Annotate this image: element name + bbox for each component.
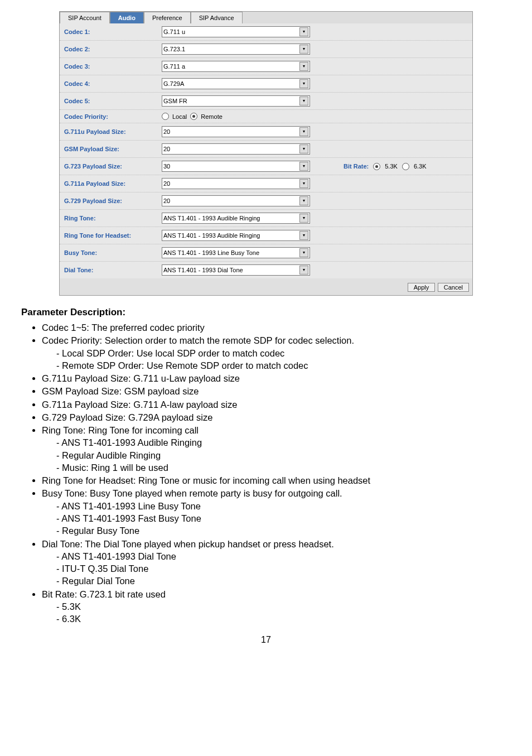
- select-g723[interactable]: 30 ▾: [162, 161, 310, 172]
- select-value: G.711 u: [163, 28, 185, 35]
- cancel-button[interactable]: Cancel: [438, 283, 469, 292]
- text: Dial Tone: The Dial Tone played when pic…: [42, 539, 334, 549]
- apply-button[interactable]: Apply: [408, 283, 436, 292]
- section-title: Parameter Description:: [21, 307, 521, 318]
- select-g729[interactable]: 20 ▾: [162, 195, 310, 206]
- tab-sip-account[interactable]: SIP Account: [60, 12, 110, 23]
- chevron-down-icon: ▾: [299, 45, 308, 54]
- chevron-down-icon: ▾: [299, 127, 308, 136]
- text: Ring Tone: Ring Tone for incoming call: [42, 425, 199, 435]
- select-gsm[interactable]: 20 ▾: [162, 143, 310, 155]
- sub-list-item: Local SDP Order: Use local SDP order to …: [56, 347, 521, 359]
- radio-63k-label: 6.3K: [414, 163, 427, 170]
- label-bitrate: Bit Rate:: [344, 163, 369, 170]
- sub-list-item: Regular Busy Tone: [56, 524, 521, 537]
- sub-list-item: ANS T1-401-1993 Fast Busy Tone: [56, 512, 521, 524]
- label-gsm: GSM Payload Size:: [64, 146, 162, 152]
- list-item: Ring Tone for Headset: Ring Tone or musi…: [42, 474, 521, 487]
- select-g711a[interactable]: 20 ▾: [162, 178, 310, 189]
- sub-list-item: 6.3K: [56, 613, 521, 625]
- select-codec2[interactable]: G.723.1 ▾: [162, 44, 310, 55]
- select-value: G.711 a: [163, 63, 185, 70]
- label-ringtone-headset: Ring Tone for Headset:: [64, 232, 162, 239]
- label-busytone: Busy Tone:: [64, 249, 162, 256]
- list-item: GSM Payload Size: GSM payload size: [42, 385, 521, 397]
- chevron-down-icon: ▾: [299, 266, 308, 275]
- radio-local-label: Local: [172, 113, 187, 120]
- chevron-down-icon: ▾: [299, 196, 308, 205]
- tab-audio[interactable]: Audio: [110, 12, 144, 23]
- chevron-down-icon: ▾: [299, 27, 308, 36]
- radio-local[interactable]: [162, 113, 169, 120]
- sub-list-item: ANS T1-401-1993 Dial Tone: [56, 550, 521, 562]
- label-codec5: Codec 5:: [64, 98, 162, 104]
- page-number: 17: [11, 635, 521, 645]
- select-value: ANS T1.401 - 1993 Dial Tone: [163, 267, 243, 273]
- select-codec4[interactable]: G.729A ▾: [162, 78, 310, 89]
- sub-list-item: Regular Dial Tone: [56, 575, 521, 587]
- config-screenshot: SIP Account Audio Preference SIP Advance…: [59, 11, 473, 296]
- text: Codec Priority: Selection order to match…: [42, 335, 354, 345]
- select-codec5[interactable]: GSM FR ▾: [162, 95, 310, 107]
- select-value: 20: [163, 198, 170, 204]
- list-item: G.711u Payload Size: G.711 u-Law payload…: [42, 372, 521, 384]
- label-codec1: Codec 1:: [64, 28, 162, 35]
- select-value: G.723.1: [163, 46, 185, 52]
- select-value: GSM FR: [163, 98, 187, 104]
- list-item: Codec 1~5: The preferred codec priority: [42, 321, 521, 334]
- list-item: Busy Tone: Busy Tone played when remote …: [42, 487, 521, 537]
- label-codec3: Codec 3:: [64, 63, 162, 70]
- list-item: Bit Rate: G.723.1 bit rate used 5.3K 6.3…: [42, 588, 521, 625]
- chevron-down-icon: ▾: [299, 97, 308, 105]
- select-value: ANS T1.401 - 1993 Audible Ringing: [163, 215, 260, 221]
- tab-sip-advance[interactable]: SIP Advance: [191, 12, 243, 23]
- chevron-down-icon: ▾: [299, 62, 308, 71]
- label-dialtone: Dial Tone:: [64, 267, 162, 273]
- radio-63k[interactable]: [402, 163, 409, 170]
- radio-53k[interactable]: [373, 163, 380, 170]
- text: Bit Rate: G.723.1 bit rate used: [42, 589, 166, 599]
- sub-list-item: ANS T1-401-1993 Line Busy Tone: [56, 500, 521, 512]
- tab-bar: SIP Account Audio Preference SIP Advance: [60, 12, 472, 23]
- label-codec-priority: Codec Priority:: [64, 113, 162, 120]
- label-g711a: G.711a Payload Size:: [64, 180, 162, 187]
- label-g723: G.723 Payload Size:: [64, 163, 162, 170]
- select-ringtone[interactable]: ANS T1.401 - 1993 Audible Ringing ▾: [162, 213, 310, 224]
- sub-list-item: 5.3K: [56, 600, 521, 613]
- list-item: Ring Tone: Ring Tone for incoming call A…: [42, 424, 521, 474]
- radio-remote-label: Remote: [201, 113, 223, 120]
- list-item: Dial Tone: The Dial Tone played when pic…: [42, 538, 521, 588]
- label-g711u: G.711u Payload Size:: [64, 128, 162, 135]
- sub-list-item: Music: Ring 1 will be used: [56, 461, 521, 474]
- select-value: 20: [163, 180, 170, 187]
- label-g729: G.729 Payload Size:: [64, 198, 162, 204]
- chevron-down-icon: ▾: [299, 248, 308, 257]
- select-ringtone-headset[interactable]: ANS T1.401 - 1993 Audible Ringing ▾: [162, 230, 310, 241]
- radio-remote[interactable]: [190, 113, 197, 120]
- sub-list-item: ITU-T Q.35 Dial Tone: [56, 562, 521, 575]
- chevron-down-icon: ▾: [299, 231, 308, 240]
- list-item: G.711a Payload Size: G.711 A-law payload…: [42, 398, 521, 411]
- select-g711u[interactable]: 20 ▾: [162, 126, 310, 137]
- chevron-down-icon: ▾: [299, 79, 308, 88]
- label-ringtone: Ring Tone:: [64, 215, 162, 221]
- sub-list-item: Remote SDP Order: Use Remote SDP order t…: [56, 359, 521, 372]
- select-value: 20: [163, 146, 170, 152]
- chevron-down-icon: ▾: [299, 145, 308, 153]
- tab-preference[interactable]: Preference: [144, 12, 191, 23]
- select-codec3[interactable]: G.711 a ▾: [162, 61, 310, 72]
- chevron-down-icon: ▾: [299, 179, 308, 188]
- select-codec1[interactable]: G.711 u ▾: [162, 26, 310, 37]
- label-codec4: Codec 4:: [64, 80, 162, 87]
- select-value: G.729A: [163, 80, 184, 87]
- radio-53k-label: 5.3K: [385, 163, 398, 170]
- select-busytone[interactable]: ANS T1.401 - 1993 Line Busy Tone ▾: [162, 247, 310, 258]
- select-value: 30: [163, 163, 170, 170]
- select-value: ANS T1.401 - 1993 Audible Ringing: [163, 232, 260, 239]
- chevron-down-icon: ▾: [299, 162, 308, 171]
- sub-list-item: Regular Audible Ringing: [56, 449, 521, 461]
- list-item: Codec Priority: Selection order to match…: [42, 334, 521, 372]
- select-value: ANS T1.401 - 1993 Line Busy Tone: [163, 249, 259, 256]
- select-dialtone[interactable]: ANS T1.401 - 1993 Dial Tone ▾: [162, 264, 310, 276]
- sub-list-item: ANS T1-401-1993 Audible Ringing: [56, 436, 521, 449]
